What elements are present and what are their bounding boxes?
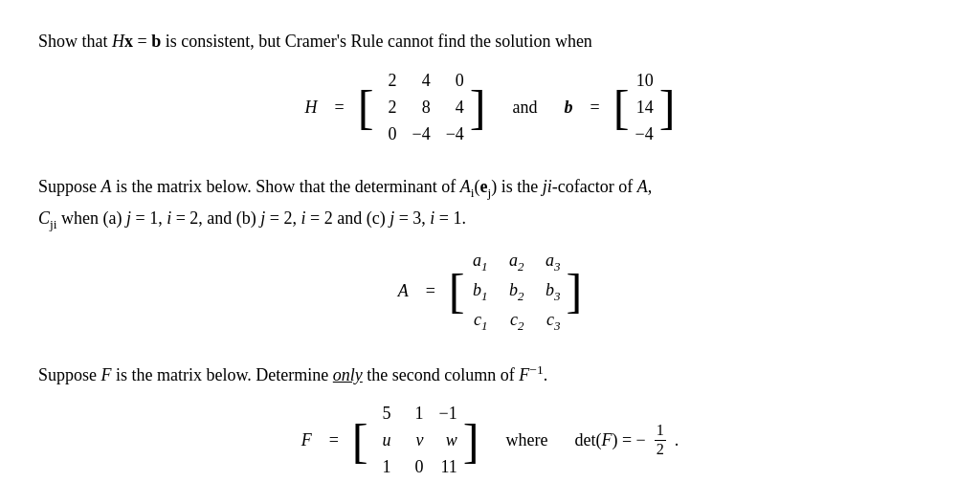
H-label: H <box>305 95 318 120</box>
f21: 0 <box>407 454 424 480</box>
a11: b2 <box>507 277 524 305</box>
left-bracket-A: [ <box>449 267 465 315</box>
f00: 5 <box>374 401 391 427</box>
a00: a1 <box>471 248 488 275</box>
f01: 1 <box>407 401 424 427</box>
frac-denominator: 2 <box>655 441 666 459</box>
period: . <box>675 427 679 453</box>
h01: 4 <box>412 68 430 94</box>
fraction: 1 2 <box>655 422 666 460</box>
F-expression: F = [ 5 1 −1 u v w 1 0 11 ] <box>301 399 479 482</box>
equals-4: = <box>329 427 339 453</box>
b1: 14 <box>635 95 654 120</box>
connector-2: where <box>506 427 548 453</box>
problem-1-text: Show that Hx = b is consistent, but Cram… <box>38 27 942 56</box>
a10: b1 <box>471 277 488 305</box>
a12: b3 <box>544 277 561 305</box>
det-label: det(F) = − <box>574 427 645 453</box>
H-matrix: [ 2 4 0 2 8 4 0 −4 −4 ] <box>358 66 486 149</box>
h12: 4 <box>446 95 464 120</box>
h11: 8 <box>412 95 430 120</box>
problem-3: Suppose F is the matrix below. Determine… <box>38 360 942 482</box>
right-bracket-F: ] <box>463 417 479 465</box>
A-label: A <box>398 278 409 304</box>
h21: −4 <box>412 121 430 147</box>
h20: 0 <box>379 121 396 147</box>
b-expression: b = [ 10 14 −4 ] <box>565 66 676 149</box>
f20: 1 <box>374 454 391 480</box>
F-label: F <box>301 427 312 453</box>
F-matrix: [ 5 1 −1 u v w 1 0 11 ] <box>352 399 479 482</box>
problem-2-text: Suppose A is the matrix below. Show that… <box>38 172 942 236</box>
b-grid: 10 14 −4 <box>630 66 659 149</box>
F-grid: 5 1 −1 u v w 1 0 11 <box>368 399 463 482</box>
equals-3: = <box>426 278 435 304</box>
problem-1-math: H = [ 2 4 0 2 8 4 0 −4 −4 ] and <box>38 66 942 149</box>
left-bracket-F: [ <box>352 417 368 465</box>
H-expression: H = [ 2 4 0 2 8 4 0 −4 −4 ] <box>305 66 486 149</box>
H-grid: 2 4 0 2 8 4 0 −4 −4 <box>373 66 469 149</box>
right-bracket-b: ] <box>659 83 676 131</box>
problem-3-text: Suppose F is the matrix below. Determine… <box>38 360 942 390</box>
right-bracket-H: ] <box>470 83 486 131</box>
f12: w <box>439 427 457 453</box>
a02: a3 <box>544 248 561 275</box>
A-grid: a1 a2 a3 b1 b2 b3 c1 c2 c3 <box>465 246 567 337</box>
b-label: b <box>565 95 573 120</box>
connector-1: and <box>513 95 538 120</box>
A-expression: A = [ a1 a2 a3 b1 b2 b3 c1 c2 c3 ] <box>398 246 583 337</box>
a22: c3 <box>544 307 561 335</box>
h10: 2 <box>379 95 396 120</box>
det-expression: det(F) = − 1 2 . <box>574 422 679 460</box>
a21: c2 <box>507 307 524 335</box>
h22: −4 <box>446 121 464 147</box>
problem-2: Suppose A is the matrix below. Show that… <box>38 172 942 337</box>
right-bracket-A: ] <box>567 267 583 315</box>
b-matrix: [ 10 14 −4 ] <box>613 66 676 149</box>
equals-1: = <box>335 95 345 120</box>
left-bracket-b: [ <box>613 83 630 131</box>
h02: 0 <box>446 68 464 94</box>
A-matrix: [ a1 a2 a3 b1 b2 b3 c1 c2 c3 ] <box>449 246 583 337</box>
problem-3-math: F = [ 5 1 −1 u v w 1 0 11 ] where <box>38 399 942 482</box>
problem-1: Show that Hx = b is consistent, but Cram… <box>38 27 942 149</box>
frac-numerator: 1 <box>655 422 666 441</box>
f10: u <box>374 427 391 453</box>
h00: 2 <box>379 68 396 94</box>
left-bracket-H: [ <box>358 83 374 131</box>
f11: v <box>407 427 424 453</box>
b2: −4 <box>635 121 654 147</box>
a20: c1 <box>471 307 488 335</box>
equals-2: = <box>590 95 600 120</box>
problem-2-math: A = [ a1 a2 a3 b1 b2 b3 c1 c2 c3 ] <box>38 246 942 337</box>
a01: a2 <box>507 248 524 275</box>
b0: 10 <box>635 68 654 94</box>
f02: −1 <box>439 401 457 427</box>
f22: 11 <box>439 454 457 480</box>
